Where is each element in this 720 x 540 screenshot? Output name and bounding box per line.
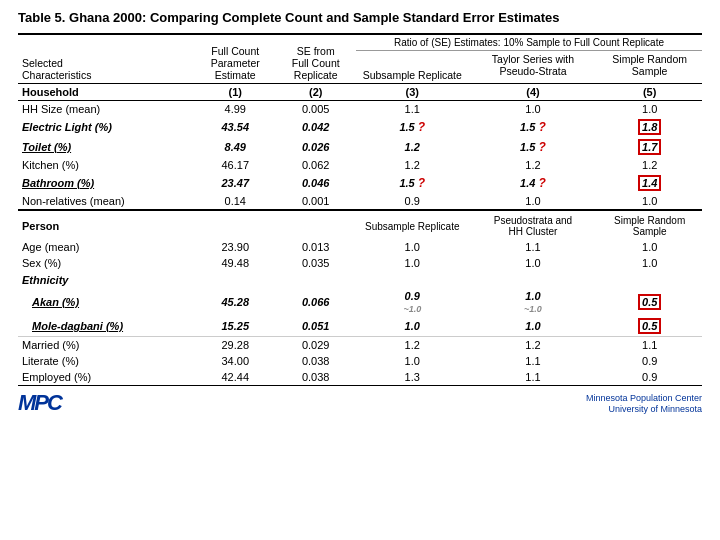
row-col1: 42.44 (195, 369, 275, 386)
ethnicity-group-header: Ethnicity (18, 271, 702, 288)
row-col2: 0.046 (275, 173, 355, 193)
row-col5: 0.5 (597, 316, 702, 337)
person-col6-header: Simple RandomSample (597, 210, 702, 239)
row-col3: 1.5 ? (356, 173, 469, 193)
umn-branding: Minnesota Population Center University o… (586, 393, 702, 416)
row-label: Toilet (%) (18, 137, 195, 157)
col6-header: Simple RandomSample (597, 51, 702, 80)
row-label: Married (%) (18, 337, 195, 354)
boxed-value: 0.5 (638, 294, 661, 310)
row-col4: 1.0 (469, 316, 598, 337)
col1-header: SelectedCharacteristics (18, 34, 195, 84)
row-col4: 1.0~1.0 (469, 288, 598, 316)
row-col3: 1.2 (356, 137, 469, 157)
row-col5: 1.1 (597, 337, 702, 354)
table-row: Employed (%) 42.44 0.038 1.3 1.1 0.9 (18, 369, 702, 386)
row-col2: 0.001 (275, 193, 355, 210)
row-col2: 0.038 (275, 369, 355, 386)
row-label: Akan (%) (18, 288, 195, 316)
row-col4: 1.0 (469, 101, 598, 118)
colnum-2: (2) (275, 84, 355, 101)
row-label: Age (mean) (18, 239, 195, 255)
table-row: Toilet (%) 8.49 0.026 1.2 1.5 ? 1.7 (18, 137, 702, 157)
colnum-5: (5) (597, 84, 702, 101)
table-row: Mole-dagbani (%) 15.25 0.051 1.0 1.0 0.5 (18, 316, 702, 337)
row-col5: 0.5 (597, 288, 702, 316)
row-label: Employed (%) (18, 369, 195, 386)
row-col3: 1.5 ? (356, 117, 469, 137)
row-col4: 1.5 ? (469, 137, 598, 157)
table-row: HH Size (mean) 4.99 0.005 1.1 1.0 1.0 (18, 101, 702, 118)
col3-header: SE fromFull CountReplicate (275, 34, 355, 84)
person-label: Person (18, 210, 195, 239)
row-col5: 0.9 (597, 369, 702, 386)
table-row: Sex (%) 49.48 0.035 1.0 1.0 1.0 (18, 255, 702, 271)
row-col2: 0.005 (275, 101, 355, 118)
row-col1: 45.28 (195, 288, 275, 316)
question-mark-icon: ? (418, 176, 425, 190)
umn-line1: Minnesota Population Center (586, 393, 702, 403)
row-col2: 0.026 (275, 137, 355, 157)
row-col5: 1.4 (597, 173, 702, 193)
row-col4: 1.4 ? (469, 173, 598, 193)
table-row: Literate (%) 34.00 0.038 1.0 1.1 0.9 (18, 353, 702, 369)
row-col3: 1.3 (356, 369, 469, 386)
mpc-logo: MPC (18, 390, 61, 416)
table-row: Akan (%) 45.28 0.066 0.9~1.0 1.0~1.0 0.5 (18, 288, 702, 316)
boxed-value: 1.7 (638, 139, 661, 155)
row-col2: 0.066 (275, 288, 355, 316)
row-col4: 1.1 (469, 353, 598, 369)
row-col2: 0.013 (275, 239, 355, 255)
row-col2: 0.051 (275, 316, 355, 337)
row-col3: 1.1 (356, 101, 469, 118)
boxed-value: 1.4 (638, 175, 661, 191)
row-col1: 29.28 (195, 337, 275, 354)
boxed-value: 0.5 (638, 318, 661, 334)
row-label: HH Size (mean) (18, 101, 195, 118)
row-col3: 0.9 (356, 193, 469, 210)
row-label: Sex (%) (18, 255, 195, 271)
colnum-1: (1) (195, 84, 275, 101)
table-row: Non-relatives (mean) 0.14 0.001 0.9 1.0 … (18, 193, 702, 210)
row-col3: 1.0 (356, 255, 469, 271)
row-col3: 1.2 (356, 157, 469, 173)
question-mark-icon: ? (538, 120, 545, 134)
row-col2: 0.062 (275, 157, 355, 173)
row-col4: 1.2 (469, 157, 598, 173)
row-col1: 8.49 (195, 137, 275, 157)
question-mark-icon: ? (418, 120, 425, 134)
page-title: Table 5. Ghana 2000: Comparing Complete … (18, 10, 702, 25)
row-col5: 1.2 (597, 157, 702, 173)
person-col5-header: Pseudostrata andHH Cluster (469, 210, 598, 239)
row-col5: 1.0 (597, 255, 702, 271)
row-col2: 0.035 (275, 255, 355, 271)
row-label: Literate (%) (18, 353, 195, 369)
row-col5: 1.0 (597, 239, 702, 255)
table-row: Bathroom (%) 23.47 0.046 1.5 ? 1.4 ? 1.4 (18, 173, 702, 193)
row-col1: 34.00 (195, 353, 275, 369)
row-col5: 1.0 (597, 101, 702, 118)
table-row: Kitchen (%) 46.17 0.062 1.2 1.2 1.2 (18, 157, 702, 173)
row-col5: 1.7 (597, 137, 702, 157)
person-col4-header: Subsample Replicate (356, 210, 469, 239)
boxed-value: 1.8 (638, 119, 661, 135)
row-col1: 4.99 (195, 101, 275, 118)
umn-line2: University of Minnesota (608, 404, 702, 414)
footer: MPC Minnesota Population Center Universi… (18, 390, 702, 416)
row-col2: 0.042 (275, 117, 355, 137)
row-col5: 1.8 (597, 117, 702, 137)
row-col1: 43.54 (195, 117, 275, 137)
col2-header: Full CountParameterEstimate (195, 34, 275, 84)
row-col1: 15.25 (195, 316, 275, 337)
row-col4: 1.2 (469, 337, 598, 354)
row-col1: 23.47 (195, 173, 275, 193)
row-col4: 1.0 (469, 255, 598, 271)
row-col1: 23.90 (195, 239, 275, 255)
row-col4: 1.5 ? (469, 117, 598, 137)
row-col5: 1.0 (597, 193, 702, 210)
row-col3: 1.0 (356, 316, 469, 337)
row-col5: 0.9 (597, 353, 702, 369)
person-section-header: Person Subsample Replicate Pseudostrata … (18, 210, 702, 239)
row-col3: 0.9~1.0 (356, 288, 469, 316)
row-col1: 0.14 (195, 193, 275, 210)
